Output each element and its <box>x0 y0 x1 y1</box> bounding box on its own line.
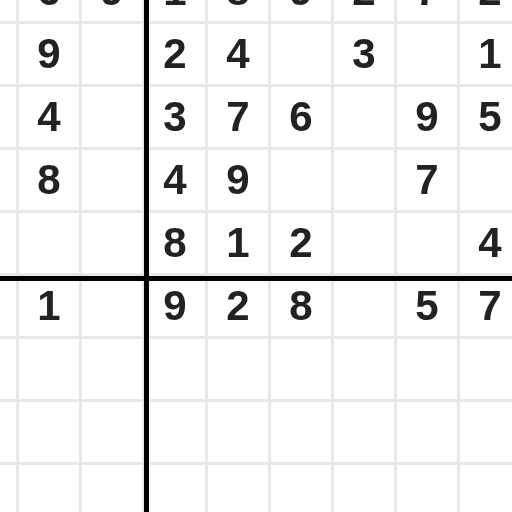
sudoku-cell[interactable] <box>82 339 142 399</box>
sudoku-cell[interactable] <box>208 465 268 512</box>
sudoku-cell[interactable] <box>334 150 394 210</box>
sudoku-cell[interactable]: 9 <box>145 276 205 336</box>
sudoku-cell[interactable] <box>19 402 79 462</box>
sudoku-cell[interactable] <box>397 24 457 84</box>
sudoku-cell[interactable]: 4 <box>460 213 512 273</box>
sudoku-cell[interactable]: 6 <box>271 87 331 147</box>
sudoku-cell[interactable]: 3 <box>145 87 205 147</box>
sudoku-cell[interactable] <box>0 402 16 462</box>
sudoku-cell[interactable] <box>0 339 16 399</box>
sudoku-cell[interactable] <box>271 150 331 210</box>
sudoku-cell[interactable] <box>82 276 142 336</box>
sudoku-cell[interactable]: 2 <box>460 0 512 21</box>
sudoku-cell[interactable]: 1 <box>460 24 512 84</box>
sudoku-cell[interactable] <box>208 339 268 399</box>
sudoku-board: 691892729243114376958497981244192857 <box>0 0 512 512</box>
sudoku-cell[interactable] <box>271 339 331 399</box>
sudoku-cell[interactable] <box>460 150 512 210</box>
sudoku-cell[interactable]: 4 <box>19 87 79 147</box>
sudoku-cell[interactable] <box>0 150 16 210</box>
sudoku-cell[interactable] <box>397 465 457 512</box>
sudoku-cell[interactable]: 5 <box>460 87 512 147</box>
sudoku-cell[interactable]: 4 <box>0 276 16 336</box>
sudoku-cell[interactable] <box>271 465 331 512</box>
sudoku-cell[interactable] <box>334 87 394 147</box>
sudoku-cell[interactable] <box>460 339 512 399</box>
sudoku-cell[interactable] <box>0 0 16 21</box>
sudoku-cell[interactable]: 1 <box>0 87 16 147</box>
sudoku-cell[interactable] <box>460 402 512 462</box>
sudoku-cell[interactable]: 2 <box>208 276 268 336</box>
sudoku-cell[interactable] <box>271 402 331 462</box>
sudoku-cell[interactable]: 1 <box>208 213 268 273</box>
sudoku-cell[interactable]: 8 <box>208 0 268 21</box>
sudoku-cell[interactable] <box>208 402 268 462</box>
sudoku-cell[interactable]: 9 <box>397 87 457 147</box>
sudoku-cell[interactable] <box>334 339 394 399</box>
sudoku-cell[interactable] <box>19 213 79 273</box>
sudoku-cell[interactable]: 8 <box>19 150 79 210</box>
sudoku-cell[interactable]: 7 <box>397 0 457 21</box>
sudoku-cell[interactable] <box>82 150 142 210</box>
sudoku-cell[interactable] <box>82 402 142 462</box>
sudoku-cell[interactable] <box>145 339 205 399</box>
sudoku-cell[interactable] <box>334 276 394 336</box>
sudoku-cell[interactable] <box>334 465 394 512</box>
sudoku-cell[interactable]: 4 <box>208 24 268 84</box>
sudoku-cell[interactable]: 8 <box>271 276 331 336</box>
sudoku-cell[interactable]: 7 <box>397 150 457 210</box>
sudoku-cell[interactable] <box>19 339 79 399</box>
sudoku-cell[interactable]: 8 <box>145 213 205 273</box>
sudoku-cell[interactable] <box>334 213 394 273</box>
sudoku-cell[interactable]: 9 <box>271 0 331 21</box>
sudoku-cell[interactable]: 9 <box>208 150 268 210</box>
sudoku-cell[interactable] <box>82 87 142 147</box>
sudoku-cell[interactable]: 2 <box>334 0 394 21</box>
sudoku-cell[interactable] <box>0 24 16 84</box>
sudoku-cell[interactable] <box>145 465 205 512</box>
sudoku-cell[interactable] <box>271 24 331 84</box>
sudoku-cell[interactable]: 7 <box>460 276 512 336</box>
sudoku-cell[interactable]: 3 <box>334 24 394 84</box>
sudoku-cell[interactable] <box>397 213 457 273</box>
sudoku-cell[interactable]: 9 <box>82 0 142 21</box>
sudoku-cell[interactable] <box>82 213 142 273</box>
sudoku-cell[interactable] <box>397 339 457 399</box>
sudoku-cell[interactable]: 2 <box>271 213 331 273</box>
sudoku-cell[interactable] <box>460 465 512 512</box>
sudoku-cell[interactable]: 1 <box>19 276 79 336</box>
box-border-vertical <box>144 0 149 512</box>
sudoku-cell[interactable]: 7 <box>208 87 268 147</box>
sudoku-cell[interactable] <box>19 465 79 512</box>
sudoku-cell[interactable]: 5 <box>397 276 457 336</box>
sudoku-cell[interactable] <box>82 465 142 512</box>
sudoku-cell[interactable] <box>334 402 394 462</box>
sudoku-cell[interactable] <box>0 465 16 512</box>
sudoku-cell[interactable]: 4 <box>145 150 205 210</box>
box-border-horizontal <box>0 276 512 281</box>
sudoku-cell[interactable]: 6 <box>19 0 79 21</box>
sudoku-cell[interactable]: 2 <box>145 24 205 84</box>
sudoku-cell[interactable]: 9 <box>19 24 79 84</box>
sudoku-cell[interactable]: 9 <box>0 213 16 273</box>
sudoku-cell[interactable] <box>145 402 205 462</box>
sudoku-cell[interactable] <box>397 402 457 462</box>
sudoku-cell[interactable] <box>82 24 142 84</box>
sudoku-cell[interactable]: 1 <box>145 0 205 21</box>
